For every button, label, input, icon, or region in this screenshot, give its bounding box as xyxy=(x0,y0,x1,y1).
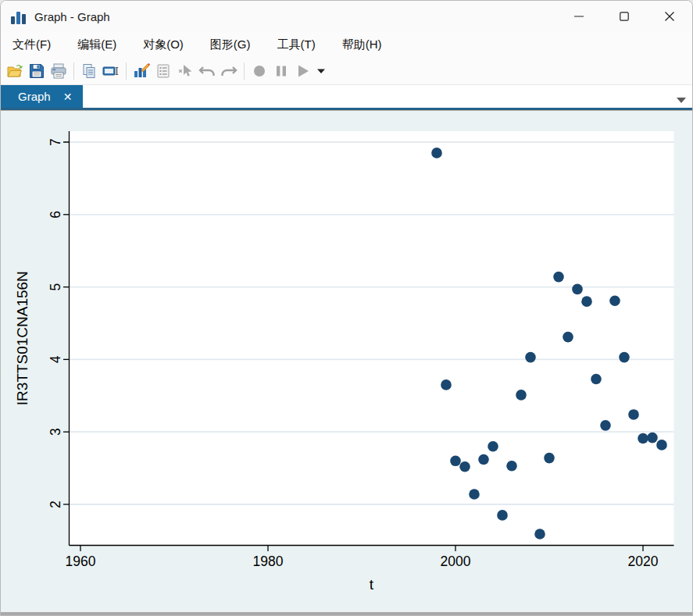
tab-bar: Graph ✕ xyxy=(1,85,692,108)
svg-text:7: 7 xyxy=(48,138,63,146)
svg-text:4: 4 xyxy=(48,355,63,363)
record-icon[interactable] xyxy=(248,60,270,82)
copy-icon[interactable] xyxy=(78,60,100,82)
menu-item-0[interactable]: 文件(F) xyxy=(4,34,59,56)
menu-item-5[interactable]: 帮助(H) xyxy=(334,34,391,56)
scatter-plot: 2345671960198020002020tIR3TTS01CNA156N xyxy=(1,111,693,612)
title-bar: Graph - Graph xyxy=(1,1,692,32)
open-graph-icon[interactable] xyxy=(4,60,26,82)
svg-text:t: t xyxy=(370,576,374,593)
menu-item-1[interactable]: 编辑(E) xyxy=(69,34,125,56)
play-icon[interactable] xyxy=(292,60,314,82)
print-icon[interactable] xyxy=(48,60,70,82)
svg-text:2: 2 xyxy=(48,500,63,508)
menu-item-3[interactable]: 图形(G) xyxy=(202,34,259,56)
svg-text:3: 3 xyxy=(48,428,63,436)
svg-text:6: 6 xyxy=(48,211,63,219)
minimize-button[interactable] xyxy=(556,1,602,32)
svg-text:2000: 2000 xyxy=(441,554,471,569)
maximize-button[interactable] xyxy=(602,1,647,32)
menu-bar: 文件(F)编辑(E)对象(O)图形(G)工具(T)帮助(H) xyxy=(1,32,692,58)
menu-item-2[interactable]: 对象(O) xyxy=(134,34,192,56)
graph-editor-icon[interactable] xyxy=(130,60,152,82)
svg-text:1980: 1980 xyxy=(253,554,284,569)
pause-icon[interactable] xyxy=(270,60,292,82)
svg-text:IR3TTS01CNA156N: IR3TTS01CNA156N xyxy=(14,271,30,405)
svg-text:1960: 1960 xyxy=(66,554,96,569)
graph-canvas: 2345671960198020002020tIR3TTS01CNA156N xyxy=(1,111,693,612)
graph-window: Graph - Graph 文件(F)编辑(E)对象(O)图形(G)工具(T)帮… xyxy=(0,0,693,616)
copy-to-clipboard-icon[interactable] xyxy=(100,60,122,82)
window-title: Graph - Graph xyxy=(34,10,110,23)
save-icon[interactable] xyxy=(26,60,48,82)
tab-graph-label: Graph xyxy=(18,90,51,103)
tab-close-icon[interactable]: ✕ xyxy=(63,91,73,102)
undo-icon[interactable] xyxy=(196,60,218,82)
window-bottom-edge[interactable] xyxy=(1,612,692,616)
stata-graph-icon xyxy=(11,9,27,24)
tab-overflow-chevron-down-icon[interactable] xyxy=(677,98,686,103)
redo-icon[interactable] xyxy=(218,60,240,82)
log-icon[interactable] xyxy=(152,60,174,82)
svg-text:2020: 2020 xyxy=(628,554,659,569)
svg-text:5: 5 xyxy=(48,283,63,291)
tool-bar xyxy=(1,58,692,85)
close-button[interactable] xyxy=(647,1,692,32)
menu-item-4[interactable]: 工具(T) xyxy=(269,34,324,56)
more-options-icon[interactable] xyxy=(314,60,328,82)
select-pointer-icon[interactable] xyxy=(174,60,196,82)
tab-graph[interactable]: Graph ✕ xyxy=(1,85,83,108)
